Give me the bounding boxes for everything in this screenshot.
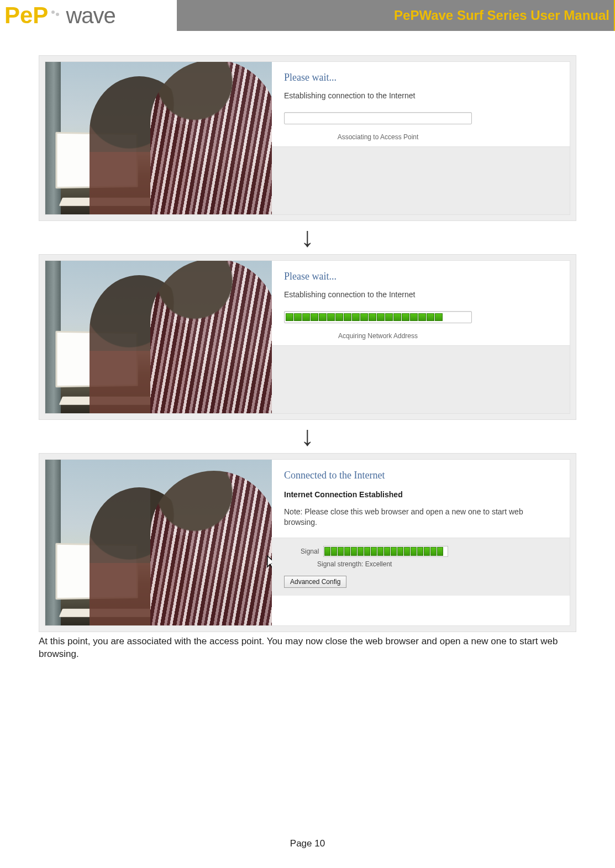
hero-image bbox=[45, 62, 272, 214]
brand-dots-icon bbox=[50, 8, 60, 23]
brand-wave: wave bbox=[66, 3, 115, 28]
advanced-config-button[interactable]: Advanced Config bbox=[284, 576, 346, 588]
brand-pep: PeP bbox=[4, 2, 48, 29]
established-text: Internet Connection Established bbox=[284, 490, 558, 499]
progress-bar bbox=[284, 112, 472, 124]
status-pane: Connected to the Internet Internet Conne… bbox=[272, 460, 570, 625]
page-content: Please wait... Establishing connection t… bbox=[0, 31, 615, 661]
progress-caption: Acquiring Network Address bbox=[284, 332, 472, 340]
screenshot-panel-2: Please wait... Establishing connection t… bbox=[45, 260, 570, 414]
down-arrow-icon: ↓ bbox=[39, 422, 576, 450]
hero-image bbox=[45, 261, 272, 413]
grey-area bbox=[272, 146, 570, 214]
title-bar: PePWave Surf Series User Manual bbox=[177, 0, 615, 31]
wait-title: Please wait... bbox=[284, 271, 558, 282]
cursor-icon bbox=[266, 555, 272, 571]
doc-title: PePWave Surf Series User Manual bbox=[394, 8, 609, 23]
status-pane: Please wait... Establishing connection t… bbox=[272, 261, 570, 413]
connected-title: Connected to the Internet bbox=[284, 470, 558, 481]
status-pane: Please wait... Establishing connection t… bbox=[272, 62, 570, 214]
screenshot-frame-2: Please wait... Establishing connection t… bbox=[39, 254, 576, 420]
screenshot-panel-3: Connected to the Internet Internet Conne… bbox=[45, 459, 570, 626]
screenshot-frame-1: Please wait... Establishing connection t… bbox=[39, 55, 576, 221]
wait-subtitle: Establishing connection to the Internet bbox=[284, 91, 558, 100]
svg-point-0 bbox=[51, 10, 55, 14]
signal-row: Signal bbox=[301, 546, 558, 557]
page-header: PeP wave PePWave Surf Series User Manual bbox=[0, 0, 615, 31]
page-number: Page 10 bbox=[0, 838, 615, 849]
screenshot-panel-1: Please wait... Establishing connection t… bbox=[45, 61, 570, 215]
svg-point-1 bbox=[56, 13, 59, 16]
progress-caption: Associating to Access Point bbox=[284, 133, 472, 141]
signal-caption: Signal strength: Excellent bbox=[317, 560, 558, 568]
body-paragraph: At this point, you are associated with t… bbox=[39, 635, 576, 661]
wait-title: Please wait... bbox=[284, 72, 558, 83]
grey-area: Signal Signal strength: Excellent Advanc… bbox=[272, 538, 570, 596]
screenshot-frame-3: Connected to the Internet Internet Conne… bbox=[39, 453, 576, 632]
signal-strength-bar bbox=[323, 546, 448, 557]
grey-area bbox=[272, 345, 570, 413]
note-text: Note: Please close this web browser and … bbox=[284, 507, 558, 528]
page-footer: Page 10 bbox=[0, 838, 615, 849]
down-arrow-icon: ↓ bbox=[39, 223, 576, 251]
signal-label: Signal bbox=[301, 548, 319, 555]
hero-image bbox=[45, 460, 272, 625]
wait-subtitle: Establishing connection to the Internet bbox=[284, 290, 558, 299]
brand-logo: PeP wave bbox=[4, 2, 115, 29]
logo-area: PeP wave bbox=[0, 0, 177, 31]
progress-bar bbox=[284, 311, 472, 323]
